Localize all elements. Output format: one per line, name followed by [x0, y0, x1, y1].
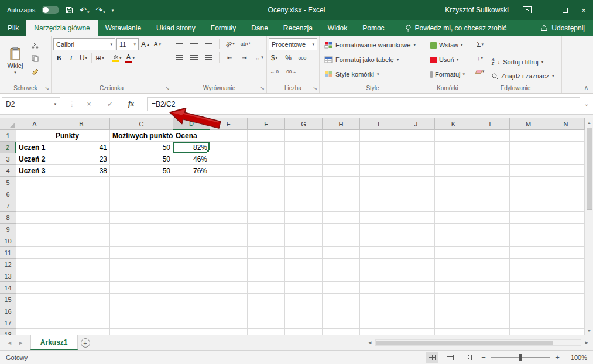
- cut-button[interactable]: [29, 39, 42, 51]
- cell-L3[interactable]: [472, 153, 510, 165]
- cell-C14[interactable]: [110, 282, 173, 294]
- cell-D11[interactable]: [173, 247, 210, 259]
- orientation-button[interactable]: ab▾: [224, 38, 236, 50]
- cell-L7[interactable]: [472, 200, 510, 212]
- format-painter-button[interactable]: [29, 66, 42, 78]
- column-header-I[interactable]: I: [360, 118, 397, 130]
- cell-J16[interactable]: [397, 305, 435, 317]
- cell-F9[interactable]: [248, 224, 285, 235]
- cell-I16[interactable]: [360, 305, 397, 317]
- sort-filter-button[interactable]: AZ↓ Sortuj i filtruj ▾: [489, 56, 557, 68]
- fill-button[interactable]: ↓▾: [471, 52, 489, 64]
- decrease-indent-button[interactable]: ⇤: [224, 51, 235, 63]
- cell-E17[interactable]: [210, 317, 248, 329]
- row-header-1[interactable]: 1: [0, 130, 16, 142]
- cell-J8[interactable]: [397, 212, 435, 224]
- cell-L12[interactable]: [472, 259, 510, 270]
- cell-M13[interactable]: [510, 270, 547, 282]
- cell-F15[interactable]: [248, 294, 285, 305]
- cell-K14[interactable]: [435, 282, 472, 294]
- cell-F16[interactable]: [248, 305, 285, 317]
- scroll-left-icon[interactable]: ◄: [366, 340, 374, 345]
- cell-F18[interactable]: [248, 329, 285, 335]
- zoom-slider-thumb[interactable]: [519, 354, 522, 361]
- delete-cells-button[interactable]: Usuń ▾: [428, 53, 467, 67]
- cell-E8[interactable]: [210, 212, 248, 224]
- cell-B10[interactable]: [53, 235, 110, 247]
- tab-page-layout[interactable]: Układ strony: [149, 20, 203, 36]
- cell-D9[interactable]: [173, 224, 210, 235]
- cell-A6[interactable]: [16, 188, 53, 200]
- cell-E5[interactable]: [210, 177, 248, 188]
- scroll-up-icon[interactable]: ▲: [585, 118, 593, 126]
- ribbon-display-options-icon[interactable]: [517, 0, 537, 20]
- cell-A9[interactable]: [16, 224, 53, 235]
- cell-G18[interactable]: [285, 329, 323, 335]
- cell-I1[interactable]: [360, 130, 397, 142]
- column-header-B[interactable]: B: [53, 118, 110, 130]
- cell-N4[interactable]: [547, 165, 585, 177]
- cell-B13[interactable]: [53, 270, 110, 282]
- insert-cells-button[interactable]: Wstaw ▾: [428, 38, 467, 52]
- cell-G17[interactable]: [285, 317, 323, 329]
- cell-K7[interactable]: [435, 200, 472, 212]
- cell-M7[interactable]: [510, 200, 547, 212]
- cell-D6[interactable]: [173, 188, 210, 200]
- cell-F8[interactable]: [248, 212, 285, 224]
- row-header-14[interactable]: 14: [0, 282, 16, 294]
- cell-N17[interactable]: [547, 317, 585, 329]
- column-header-E[interactable]: E: [210, 118, 248, 130]
- font-size-select[interactable]: 11▾: [116, 38, 139, 50]
- cell-C2[interactable]: 50: [110, 142, 173, 153]
- merge-center-button[interactable]: ↔▾: [253, 51, 265, 63]
- column-header-K[interactable]: K: [435, 118, 472, 130]
- column-header-M[interactable]: M: [510, 118, 547, 130]
- customize-quick-access-icon[interactable]: ▾: [112, 8, 114, 12]
- clear-button[interactable]: ▾: [471, 66, 489, 77]
- wrap-text-button[interactable]: ab↵: [239, 38, 252, 50]
- cell-J18[interactable]: [397, 329, 435, 335]
- font-color-button[interactable]: A ▾: [124, 52, 136, 64]
- cell-N3[interactable]: [547, 153, 585, 165]
- formula-input[interactable]: =B2/C2: [147, 97, 580, 111]
- tab-formulas[interactable]: Formuły: [203, 20, 244, 36]
- tab-home[interactable]: Narzędzia główne: [26, 20, 97, 36]
- tab-file[interactable]: Plik: [0, 20, 26, 36]
- cell-F5[interactable]: [248, 177, 285, 188]
- cell-N2[interactable]: [547, 142, 585, 153]
- cell-M15[interactable]: [510, 294, 547, 305]
- cell-A13[interactable]: [16, 270, 53, 282]
- cell-B6[interactable]: [53, 188, 110, 200]
- cell-B5[interactable]: [53, 177, 110, 188]
- cell-F1[interactable]: [248, 130, 285, 142]
- cell-D18[interactable]: [173, 329, 210, 335]
- collapse-ribbon-icon[interactable]: ∧: [584, 84, 588, 91]
- currency-format-button[interactable]: $▾: [269, 52, 280, 64]
- cell-I4[interactable]: [360, 165, 397, 177]
- cell-C11[interactable]: [110, 247, 173, 259]
- name-box[interactable]: D2 ▾: [2, 97, 60, 111]
- cell-G13[interactable]: [285, 270, 323, 282]
- cell-F13[interactable]: [248, 270, 285, 282]
- cell-H1[interactable]: [323, 130, 360, 142]
- cell-C7[interactable]: [110, 200, 173, 212]
- cell-B3[interactable]: 23: [53, 153, 110, 165]
- cell-A5[interactable]: [16, 177, 53, 188]
- align-left-button[interactable]: [174, 51, 185, 63]
- cell-N5[interactable]: [547, 177, 585, 188]
- cell-D8[interactable]: [173, 212, 210, 224]
- cell-G4[interactable]: [285, 165, 323, 177]
- cell-F6[interactable]: [248, 188, 285, 200]
- cell-E11[interactable]: [210, 247, 248, 259]
- cell-G2[interactable]: [285, 142, 323, 153]
- cell-M18[interactable]: [510, 329, 547, 335]
- autosum-button[interactable]: Σ▾: [471, 39, 489, 50]
- cell-A1[interactable]: [16, 130, 53, 142]
- cell-I7[interactable]: [360, 200, 397, 212]
- cell-N10[interactable]: [547, 235, 585, 247]
- cell-E13[interactable]: [210, 270, 248, 282]
- cell-C13[interactable]: [110, 270, 173, 282]
- row-header-15[interactable]: 15: [0, 294, 16, 305]
- row-header-16[interactable]: 16: [0, 305, 16, 317]
- column-header-D[interactable]: D: [173, 118, 210, 130]
